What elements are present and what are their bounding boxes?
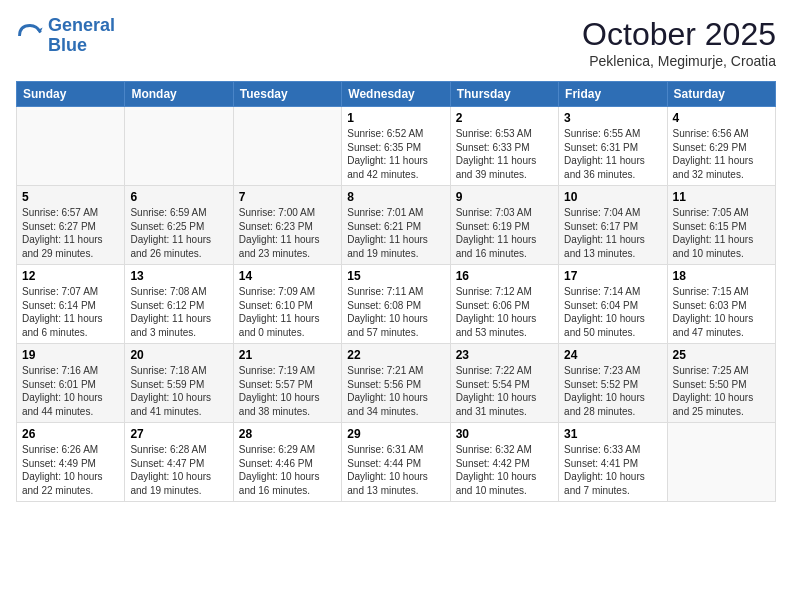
title-block: October 2025 Peklenica, Megimurje, Croat… bbox=[582, 16, 776, 69]
week-row-1: 1Sunrise: 6:52 AM Sunset: 6:35 PM Daylig… bbox=[17, 107, 776, 186]
calendar-cell: 11Sunrise: 7:05 AM Sunset: 6:15 PM Dayli… bbox=[667, 186, 775, 265]
day-number: 14 bbox=[239, 269, 336, 283]
calendar-cell: 26Sunrise: 6:26 AM Sunset: 4:49 PM Dayli… bbox=[17, 423, 125, 502]
day-info: Sunrise: 7:07 AM Sunset: 6:14 PM Dayligh… bbox=[22, 285, 119, 339]
calendar-cell: 28Sunrise: 6:29 AM Sunset: 4:46 PM Dayli… bbox=[233, 423, 341, 502]
day-info: Sunrise: 6:28 AM Sunset: 4:47 PM Dayligh… bbox=[130, 443, 227, 497]
day-number: 19 bbox=[22, 348, 119, 362]
calendar-cell: 6Sunrise: 6:59 AM Sunset: 6:25 PM Daylig… bbox=[125, 186, 233, 265]
calendar-cell: 27Sunrise: 6:28 AM Sunset: 4:47 PM Dayli… bbox=[125, 423, 233, 502]
calendar-cell: 18Sunrise: 7:15 AM Sunset: 6:03 PM Dayli… bbox=[667, 265, 775, 344]
calendar-cell bbox=[125, 107, 233, 186]
calendar-cell: 16Sunrise: 7:12 AM Sunset: 6:06 PM Dayli… bbox=[450, 265, 558, 344]
calendar-table: SundayMondayTuesdayWednesdayThursdayFrid… bbox=[16, 81, 776, 502]
weekday-header-saturday: Saturday bbox=[667, 82, 775, 107]
calendar-cell: 10Sunrise: 7:04 AM Sunset: 6:17 PM Dayli… bbox=[559, 186, 667, 265]
calendar-cell: 25Sunrise: 7:25 AM Sunset: 5:50 PM Dayli… bbox=[667, 344, 775, 423]
day-number: 6 bbox=[130, 190, 227, 204]
calendar-cell: 2Sunrise: 6:53 AM Sunset: 6:33 PM Daylig… bbox=[450, 107, 558, 186]
day-info: Sunrise: 7:01 AM Sunset: 6:21 PM Dayligh… bbox=[347, 206, 444, 260]
day-number: 10 bbox=[564, 190, 661, 204]
calendar-cell: 22Sunrise: 7:21 AM Sunset: 5:56 PM Dayli… bbox=[342, 344, 450, 423]
day-number: 27 bbox=[130, 427, 227, 441]
day-info: Sunrise: 6:56 AM Sunset: 6:29 PM Dayligh… bbox=[673, 127, 770, 181]
day-number: 11 bbox=[673, 190, 770, 204]
day-number: 22 bbox=[347, 348, 444, 362]
calendar-cell: 31Sunrise: 6:33 AM Sunset: 4:41 PM Dayli… bbox=[559, 423, 667, 502]
day-info: Sunrise: 7:08 AM Sunset: 6:12 PM Dayligh… bbox=[130, 285, 227, 339]
day-info: Sunrise: 6:59 AM Sunset: 6:25 PM Dayligh… bbox=[130, 206, 227, 260]
calendar-cell bbox=[17, 107, 125, 186]
day-info: Sunrise: 6:26 AM Sunset: 4:49 PM Dayligh… bbox=[22, 443, 119, 497]
calendar-cell: 17Sunrise: 7:14 AM Sunset: 6:04 PM Dayli… bbox=[559, 265, 667, 344]
calendar-cell: 14Sunrise: 7:09 AM Sunset: 6:10 PM Dayli… bbox=[233, 265, 341, 344]
day-info: Sunrise: 6:53 AM Sunset: 6:33 PM Dayligh… bbox=[456, 127, 553, 181]
day-number: 12 bbox=[22, 269, 119, 283]
day-info: Sunrise: 7:12 AM Sunset: 6:06 PM Dayligh… bbox=[456, 285, 553, 339]
day-number: 21 bbox=[239, 348, 336, 362]
weekday-header-wednesday: Wednesday bbox=[342, 82, 450, 107]
day-info: Sunrise: 7:05 AM Sunset: 6:15 PM Dayligh… bbox=[673, 206, 770, 260]
calendar-cell: 12Sunrise: 7:07 AM Sunset: 6:14 PM Dayli… bbox=[17, 265, 125, 344]
day-info: Sunrise: 6:29 AM Sunset: 4:46 PM Dayligh… bbox=[239, 443, 336, 497]
day-info: Sunrise: 7:22 AM Sunset: 5:54 PM Dayligh… bbox=[456, 364, 553, 418]
logo-icon bbox=[16, 22, 44, 50]
day-number: 9 bbox=[456, 190, 553, 204]
calendar-cell: 7Sunrise: 7:00 AM Sunset: 6:23 PM Daylig… bbox=[233, 186, 341, 265]
calendar-cell bbox=[667, 423, 775, 502]
day-info: Sunrise: 6:57 AM Sunset: 6:27 PM Dayligh… bbox=[22, 206, 119, 260]
day-number: 24 bbox=[564, 348, 661, 362]
day-info: Sunrise: 6:55 AM Sunset: 6:31 PM Dayligh… bbox=[564, 127, 661, 181]
calendar-cell: 4Sunrise: 6:56 AM Sunset: 6:29 PM Daylig… bbox=[667, 107, 775, 186]
weekday-header-monday: Monday bbox=[125, 82, 233, 107]
day-number: 29 bbox=[347, 427, 444, 441]
day-info: Sunrise: 6:52 AM Sunset: 6:35 PM Dayligh… bbox=[347, 127, 444, 181]
day-number: 23 bbox=[456, 348, 553, 362]
calendar-cell: 1Sunrise: 6:52 AM Sunset: 6:35 PM Daylig… bbox=[342, 107, 450, 186]
day-number: 1 bbox=[347, 111, 444, 125]
calendar-cell: 21Sunrise: 7:19 AM Sunset: 5:57 PM Dayli… bbox=[233, 344, 341, 423]
day-number: 15 bbox=[347, 269, 444, 283]
day-number: 26 bbox=[22, 427, 119, 441]
day-number: 30 bbox=[456, 427, 553, 441]
day-number: 25 bbox=[673, 348, 770, 362]
day-info: Sunrise: 7:14 AM Sunset: 6:04 PM Dayligh… bbox=[564, 285, 661, 339]
calendar-cell: 23Sunrise: 7:22 AM Sunset: 5:54 PM Dayli… bbox=[450, 344, 558, 423]
weekday-header-sunday: Sunday bbox=[17, 82, 125, 107]
day-info: Sunrise: 7:23 AM Sunset: 5:52 PM Dayligh… bbox=[564, 364, 661, 418]
logo-blue: Blue bbox=[48, 35, 87, 55]
day-info: Sunrise: 7:16 AM Sunset: 6:01 PM Dayligh… bbox=[22, 364, 119, 418]
month-title: October 2025 bbox=[582, 16, 776, 53]
logo-general: General bbox=[48, 15, 115, 35]
day-number: 18 bbox=[673, 269, 770, 283]
calendar-cell: 29Sunrise: 6:31 AM Sunset: 4:44 PM Dayli… bbox=[342, 423, 450, 502]
calendar-cell: 30Sunrise: 6:32 AM Sunset: 4:42 PM Dayli… bbox=[450, 423, 558, 502]
logo: General Blue bbox=[16, 16, 115, 56]
calendar-cell bbox=[233, 107, 341, 186]
day-number: 13 bbox=[130, 269, 227, 283]
calendar-cell: 9Sunrise: 7:03 AM Sunset: 6:19 PM Daylig… bbox=[450, 186, 558, 265]
location: Peklenica, Megimurje, Croatia bbox=[582, 53, 776, 69]
week-row-5: 26Sunrise: 6:26 AM Sunset: 4:49 PM Dayli… bbox=[17, 423, 776, 502]
calendar-cell: 24Sunrise: 7:23 AM Sunset: 5:52 PM Dayli… bbox=[559, 344, 667, 423]
day-info: Sunrise: 7:21 AM Sunset: 5:56 PM Dayligh… bbox=[347, 364, 444, 418]
page-header: General Blue October 2025 Peklenica, Meg… bbox=[16, 16, 776, 69]
day-info: Sunrise: 7:03 AM Sunset: 6:19 PM Dayligh… bbox=[456, 206, 553, 260]
day-number: 4 bbox=[673, 111, 770, 125]
calendar-cell: 8Sunrise: 7:01 AM Sunset: 6:21 PM Daylig… bbox=[342, 186, 450, 265]
day-number: 16 bbox=[456, 269, 553, 283]
calendar-cell: 3Sunrise: 6:55 AM Sunset: 6:31 PM Daylig… bbox=[559, 107, 667, 186]
day-number: 3 bbox=[564, 111, 661, 125]
day-number: 17 bbox=[564, 269, 661, 283]
calendar-cell: 13Sunrise: 7:08 AM Sunset: 6:12 PM Dayli… bbox=[125, 265, 233, 344]
calendar-cell: 20Sunrise: 7:18 AM Sunset: 5:59 PM Dayli… bbox=[125, 344, 233, 423]
day-info: Sunrise: 6:33 AM Sunset: 4:41 PM Dayligh… bbox=[564, 443, 661, 497]
calendar-cell: 19Sunrise: 7:16 AM Sunset: 6:01 PM Dayli… bbox=[17, 344, 125, 423]
day-number: 20 bbox=[130, 348, 227, 362]
weekday-header-thursday: Thursday bbox=[450, 82, 558, 107]
weekday-header-friday: Friday bbox=[559, 82, 667, 107]
logo-text: General Blue bbox=[48, 16, 115, 56]
day-info: Sunrise: 6:32 AM Sunset: 4:42 PM Dayligh… bbox=[456, 443, 553, 497]
week-row-2: 5Sunrise: 6:57 AM Sunset: 6:27 PM Daylig… bbox=[17, 186, 776, 265]
day-info: Sunrise: 6:31 AM Sunset: 4:44 PM Dayligh… bbox=[347, 443, 444, 497]
